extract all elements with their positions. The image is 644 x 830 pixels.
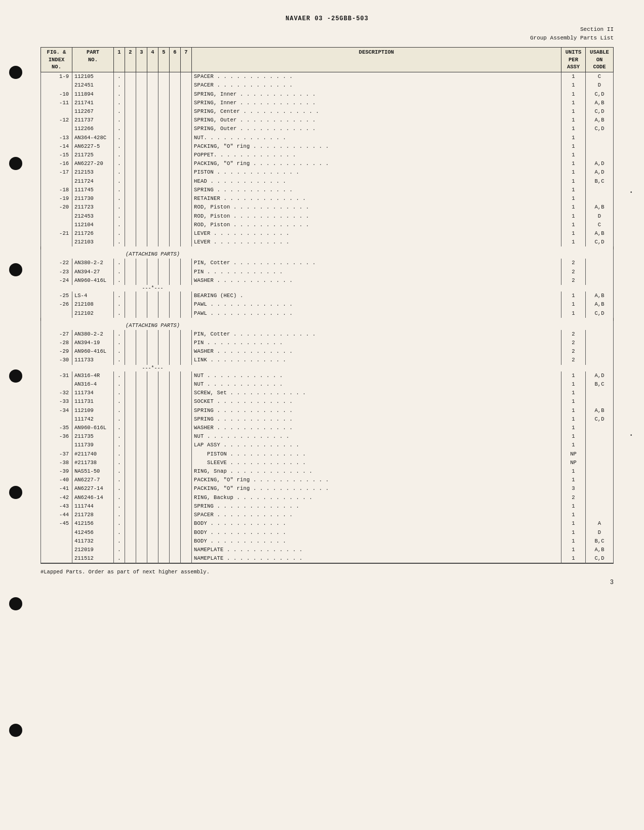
- table-row: -30 111733 . LINK . . . . . . . . . . . …: [41, 356, 614, 364]
- table-row: -44 211728 . SPACER . . . . . . . . . . …: [41, 511, 614, 519]
- header-part-no: PARTNO.: [72, 48, 114, 72]
- col5-cell: [158, 389, 170, 397]
- table-row: -19 211730 . RETAINER . . . . . . . . . …: [41, 194, 614, 203]
- table-row: -43 111744 . SPRING . . . . . . . . . . …: [41, 502, 614, 511]
- usable-cell: B,C: [586, 177, 614, 186]
- table-row: -10 111894 . SPRING, Inner . . . . . . .…: [41, 90, 614, 99]
- col1-cell: .: [114, 406, 125, 415]
- fig-index-cell: -30: [41, 356, 72, 364]
- col7-cell: [181, 292, 192, 300]
- col3-cell: [136, 238, 147, 246]
- col6-cell: [170, 238, 181, 246]
- units-cell: 1: [561, 380, 586, 389]
- col7-cell: [181, 107, 192, 116]
- col2-cell: [125, 493, 136, 502]
- col5-cell: [158, 300, 170, 309]
- col7-cell: [181, 459, 192, 467]
- col6-cell: [170, 177, 181, 186]
- description-cell: SPRING, Inner . . . . . . . . . . . .: [192, 90, 561, 99]
- usable-cell: [586, 484, 614, 493]
- description-cell: SPACER . . . . . . . . . . . .: [192, 511, 561, 519]
- col4-cell: [147, 389, 158, 397]
- fig-index-cell: -11: [41, 99, 72, 107]
- fig-index-cell: -21: [41, 229, 72, 238]
- units-cell: 1: [561, 519, 586, 528]
- table-row: 1-9 112105 . SPACER . . . . . . . . . . …: [41, 72, 614, 81]
- description-cell: SPRING, Outer . . . . . . . . . . . .: [192, 116, 561, 124]
- col2-cell: [125, 389, 136, 397]
- col5-cell: [158, 203, 170, 212]
- col1-cell: .: [114, 186, 125, 194]
- table-row: 212451 . SPACER . . . . . . . . . . . . …: [41, 81, 614, 90]
- col1-cell: .: [114, 268, 125, 276]
- description-cell: NUT. . . . . . . . . . . . .: [192, 134, 561, 142]
- col6-cell: [170, 476, 181, 484]
- units-cell: 1: [561, 238, 586, 246]
- col1-cell: .: [114, 81, 125, 90]
- page-header: NAVAER 03 -25GBB-503: [41, 15, 614, 22]
- col1-cell: .: [114, 415, 125, 424]
- fig-index-cell: -15: [41, 151, 72, 159]
- description-cell: PACKING, "O" ring . . . . . . . . . . . …: [192, 159, 561, 168]
- col5-cell: [158, 380, 170, 389]
- units-cell: 1: [561, 221, 586, 229]
- table-row: AN316-4 . NUT . . . . . . . . . . . . 1 …: [41, 380, 614, 389]
- part-no-cell: 211741: [72, 99, 114, 107]
- col5-cell: [158, 484, 170, 493]
- col5-cell: [158, 212, 170, 221]
- usable-cell: [586, 450, 614, 459]
- col5-cell: [158, 511, 170, 519]
- part-no-cell: NAS51-50: [72, 467, 114, 476]
- col1-cell: .: [114, 142, 125, 151]
- col3-cell: [136, 528, 147, 537]
- table-row: -11 211741 . SPRING, Inner . . . . . . .…: [41, 99, 614, 107]
- col7-cell: [181, 72, 192, 81]
- header-col6: 6: [170, 48, 181, 72]
- part-no-cell: #211740: [72, 450, 114, 459]
- fig-index-cell: -12: [41, 116, 72, 124]
- col4-cell: [147, 528, 158, 537]
- col4-cell: [147, 81, 158, 90]
- part-no-cell: 412456: [72, 528, 114, 537]
- description-cell: NAMEPLATE . . . . . . . . . . . .: [192, 554, 561, 563]
- col1-cell: .: [114, 459, 125, 467]
- col6-cell: [170, 194, 181, 203]
- col2-cell: [125, 276, 136, 285]
- part-no-cell: 112105: [72, 72, 114, 81]
- description-cell: PIN, Cotter . . . . . . . . . . . . .: [192, 330, 561, 339]
- col7-cell: [181, 397, 192, 406]
- col3-cell: [136, 415, 147, 424]
- col2-cell: [125, 309, 136, 318]
- part-no-cell: AN6227-14: [72, 484, 114, 493]
- table-row: -18 111745 . SPRING . . . . . . . . . . …: [41, 186, 614, 194]
- col4-cell: [147, 309, 158, 318]
- col6-cell: [170, 330, 181, 339]
- description-cell: RETAINER . . . . . . . . . . . . .: [192, 194, 561, 203]
- usable-cell: C,D: [586, 238, 614, 246]
- col7-cell: [181, 554, 192, 563]
- col6-cell: [170, 528, 181, 537]
- col6-cell: [170, 415, 181, 424]
- col4-cell: [147, 450, 158, 459]
- units-cell: 2: [561, 493, 586, 502]
- table-row: 212019 . NAMEPLATE . . . . . . . . . . .…: [41, 546, 614, 554]
- units-cell: 1: [561, 203, 586, 212]
- col2-cell: [125, 484, 136, 493]
- units-cell: NP: [561, 459, 586, 467]
- col2-cell: [125, 186, 136, 194]
- col2-cell: [125, 81, 136, 90]
- fig-index-cell: 1-9: [41, 72, 72, 81]
- col6-cell: [170, 259, 181, 267]
- table-row: -21 211726 . LEVER . . . . . . . . . . .…: [41, 229, 614, 238]
- col6-cell: [170, 554, 181, 563]
- col6-cell: [170, 406, 181, 415]
- usable-cell: A,B: [586, 99, 614, 107]
- col1-cell: .: [114, 347, 125, 356]
- units-cell: 1: [561, 554, 586, 563]
- table-row: -26 212108 . PAWL . . . . . . . . . . . …: [41, 300, 614, 309]
- col4-cell: [147, 380, 158, 389]
- col2-cell: [125, 432, 136, 441]
- units-cell: 1: [561, 406, 586, 415]
- col2-cell: [125, 546, 136, 554]
- col6-cell: [170, 151, 181, 159]
